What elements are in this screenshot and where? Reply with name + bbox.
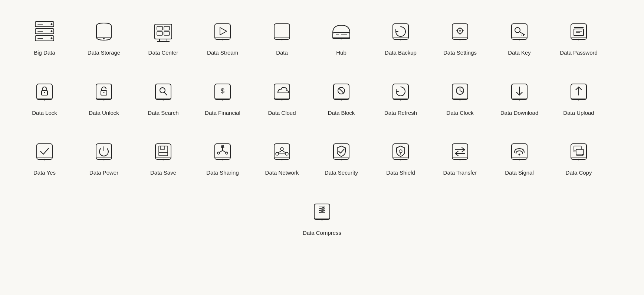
data-copy-icon — [566, 139, 592, 165]
svg-rect-101 — [37, 144, 52, 159]
data-power-label: Data Power — [89, 169, 118, 176]
data-backup-label: Data Backup — [385, 49, 417, 56]
svg-point-33 — [400, 39, 401, 40]
data-key-label: Data Key — [508, 49, 531, 56]
data-stream-label: Data Stream — [207, 49, 238, 56]
svg-point-119 — [217, 152, 220, 154]
data-password-icon — [566, 19, 592, 45]
svg-point-134 — [400, 159, 401, 161]
svg-line-83 — [339, 88, 344, 93]
data-yes-label: Data Yes — [33, 169, 56, 176]
svg-line-127 — [282, 150, 286, 153]
data-shield-label: Data Shield — [386, 169, 415, 176]
data-stream-icon — [210, 19, 236, 45]
svg-point-148 — [578, 159, 579, 161]
data-financial-item: $ Data Financial — [193, 75, 252, 120]
data-lock-item: Data Lock — [15, 75, 74, 120]
svg-rect-113 — [159, 153, 168, 156]
svg-point-59 — [44, 99, 45, 100]
data-cloud-label: Data Cloud — [268, 109, 296, 117]
svg-rect-26 — [333, 33, 350, 39]
data-block-icon — [328, 79, 354, 105]
data-settings-label: Data Settings — [443, 49, 477, 56]
svg-rect-112 — [161, 146, 164, 150]
data-key-item: Data Key — [490, 15, 549, 60]
svg-point-70 — [160, 88, 165, 93]
svg-rect-14 — [157, 32, 162, 35]
svg-point-145 — [519, 154, 520, 156]
icon-row-1: Big Data Data Storage Data Ce — [15, 7, 629, 68]
data-upload-icon — [566, 79, 592, 105]
svg-point-106 — [103, 159, 105, 161]
svg-point-5 — [51, 38, 53, 39]
data-unlock-icon — [91, 79, 117, 105]
data-item: Data — [252, 15, 312, 60]
data-password-item: Data Password — [549, 15, 608, 60]
data-center-label: Data Center — [148, 49, 178, 56]
data-cloud-icon — [269, 79, 295, 105]
data-backup-icon — [388, 19, 414, 45]
data-settings-item: Data Settings — [430, 15, 490, 60]
data-save-item: Data Save — [134, 135, 193, 180]
data-center-item: Data Center — [134, 15, 193, 60]
svg-point-89 — [459, 99, 461, 100]
svg-point-99 — [578, 99, 579, 100]
svg-rect-137 — [452, 144, 468, 159]
svg-point-123 — [280, 148, 283, 150]
data-financial-icon: $ — [210, 79, 236, 105]
data-shield-icon — [388, 139, 414, 165]
icon-grid: Big Data Data Storage Data Ce — [15, 7, 629, 247]
svg-line-126 — [278, 150, 282, 153]
svg-rect-19 — [215, 24, 230, 39]
svg-text:$: $ — [221, 87, 224, 95]
data-transfer-icon — [447, 139, 473, 165]
data-signal-label: Data Signal — [505, 169, 534, 176]
data-unlock-item: Data Unlock — [74, 75, 134, 120]
icon-row-2: Data Lock Data Unlock Data Se — [15, 68, 629, 128]
svg-rect-62 — [96, 84, 112, 100]
data-network-item: Data Network — [252, 135, 312, 180]
svg-point-66 — [104, 92, 105, 93]
hub-icon — [328, 19, 354, 45]
svg-rect-57 — [37, 84, 52, 100]
svg-point-36 — [459, 39, 461, 40]
data-block-label: Data Block — [328, 109, 355, 117]
data-storage-label: Data Storage — [88, 49, 120, 56]
svg-point-122 — [281, 159, 283, 161]
data-power-icon — [91, 139, 117, 165]
data-shield-item: Data Shield — [371, 135, 430, 180]
data-transfer-label: Data Transfer — [443, 169, 477, 176]
data-sharing-item: Data Sharing — [193, 135, 252, 180]
data-search-icon — [150, 79, 176, 105]
data-stream-item: Data Stream — [193, 15, 252, 60]
data-cloud-item: Data Cloud — [252, 75, 312, 120]
data-security-item: Data Security — [312, 135, 371, 180]
svg-point-103 — [44, 159, 45, 161]
big-data-item: Big Data — [15, 15, 74, 60]
svg-point-157 — [321, 219, 323, 220]
svg-point-110 — [162, 159, 164, 161]
data-compress-label: Data Compress — [303, 229, 341, 237]
svg-line-47 — [520, 32, 525, 35]
data-download-label: Data Download — [500, 109, 539, 117]
data-clock-icon — [447, 79, 473, 105]
data-download-icon — [506, 79, 532, 105]
data-upload-label: Data Upload — [563, 109, 594, 117]
svg-point-81 — [341, 99, 342, 100]
svg-rect-142 — [512, 144, 527, 159]
svg-point-61 — [44, 92, 45, 93]
icon-row-3: Data Yes Data Power Data Save — [15, 127, 629, 188]
svg-rect-23 — [274, 24, 290, 39]
svg-marker-22 — [220, 27, 227, 35]
data-icon — [269, 19, 295, 45]
data-sharing-icon — [210, 139, 236, 165]
data-refresh-label: Data Refresh — [384, 109, 417, 117]
svg-line-71 — [164, 93, 167, 95]
svg-point-116 — [222, 159, 223, 161]
data-key-icon — [506, 19, 532, 45]
data-search-item: Data Search — [134, 75, 193, 120]
data-refresh-icon — [388, 79, 414, 105]
data-refresh-item: Data Refresh — [371, 75, 430, 120]
svg-rect-50 — [571, 24, 586, 39]
data-copy-item: Data Copy — [549, 135, 608, 180]
